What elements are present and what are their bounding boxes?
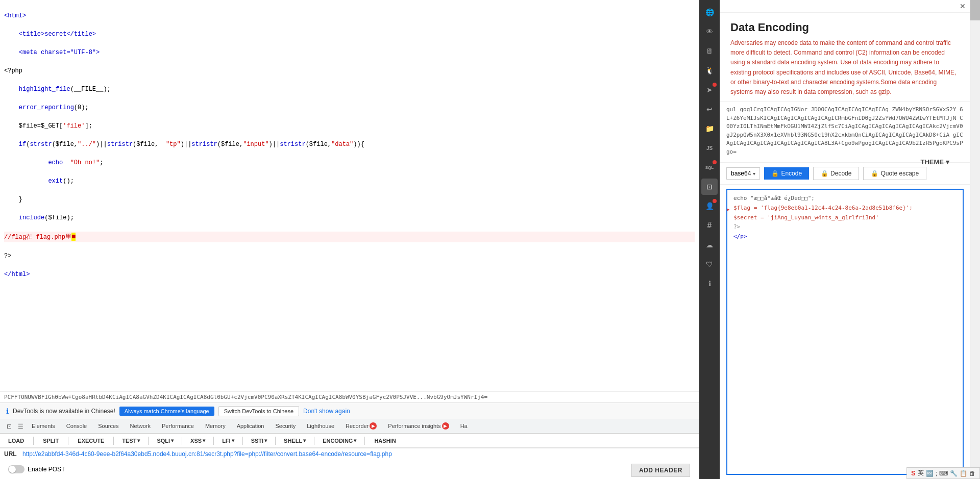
devtools-notification: ℹ DevTools is now available in Chinese! … bbox=[0, 402, 699, 419]
sep3 bbox=[113, 437, 114, 445]
panel-header: Data Encoding Adversaries may encode dat… bbox=[720, 13, 970, 102]
sidebar-shield-icon[interactable]: 🛡 bbox=[701, 256, 718, 272]
load-button[interactable]: LOAD bbox=[4, 436, 28, 445]
sogou-lang: 英 bbox=[918, 469, 924, 477]
person-badge bbox=[713, 199, 717, 203]
enable-post-toggle[interactable]: Enable POST bbox=[4, 462, 69, 476]
sogou-icon1[interactable]: 🔤 bbox=[926, 470, 934, 477]
encoding-controls: base64 ▾ 🔒 Encode 🔒 Decode 🔒 Quote escap… bbox=[720, 163, 970, 185]
sidebar-linux-icon[interactable]: 🐧 bbox=[701, 62, 718, 79]
test-dropdown[interactable]: TEST bbox=[119, 436, 143, 445]
tab-recorder[interactable]: Recorder ▶ bbox=[340, 420, 382, 433]
recorder-badge: ▶ bbox=[370, 422, 377, 430]
tab-device-icon[interactable]: ☰ bbox=[15, 421, 26, 432]
tab-security[interactable]: Security bbox=[270, 421, 301, 432]
hashing-button[interactable]: HASHIN bbox=[370, 436, 400, 445]
tab-ha[interactable]: Ha bbox=[455, 421, 473, 432]
scrollbar-thumb bbox=[970, 0, 980, 20]
sidebar-js-icon[interactable]: JS bbox=[701, 140, 718, 156]
theme-label[interactable]: THEME ▾ bbox=[921, 158, 950, 166]
tab-memory[interactable]: Memory bbox=[200, 421, 231, 432]
toggle-knob bbox=[9, 466, 16, 473]
quote-icon: 🔒 bbox=[871, 170, 878, 177]
output-line1: echo "æ□□å°±åŒ é¿Ded□□"; bbox=[733, 194, 957, 204]
sep8 bbox=[275, 437, 276, 445]
shell-dropdown[interactable]: SHELL bbox=[281, 436, 309, 445]
base64-output: PCFFTONUWVBFIGh0bWw+Cgo8aHRtbD4KCiAgICA8… bbox=[0, 391, 699, 402]
quote-escape-button[interactable]: 🔒 Quote escape bbox=[863, 167, 926, 180]
tab-lighthouse[interactable]: Lighthouse bbox=[302, 421, 339, 432]
code-output-area: ➤ echo "æ□□å°±åŒ é¿Ded□□"; $flag = 'flag… bbox=[726, 189, 964, 475]
far-right-scrollbar[interactable] bbox=[970, 0, 980, 479]
xss-dropdown[interactable]: XSS bbox=[187, 436, 208, 445]
sep7 bbox=[242, 437, 243, 445]
sep2 bbox=[68, 437, 68, 445]
encode-icon: 🔒 bbox=[771, 170, 779, 177]
encoding-select-arrow: ▾ bbox=[753, 171, 755, 177]
sep6 bbox=[213, 437, 214, 445]
sidebar-globe-icon[interactable]: 🌐 bbox=[701, 4, 718, 20]
match-language-button[interactable]: Always match Chrome's language bbox=[119, 407, 214, 416]
tab-inspect-icon[interactable]: ⊡ bbox=[4, 421, 14, 432]
tab-elements[interactable]: Elements bbox=[27, 421, 60, 432]
panel-title: Data Encoding bbox=[730, 21, 960, 34]
sql-badge bbox=[713, 160, 717, 164]
tab-console[interactable]: Console bbox=[61, 421, 92, 432]
sidebar-monitor-icon[interactable]: 🖥 bbox=[701, 43, 718, 59]
output-html-close: </p> bbox=[733, 232, 957, 242]
encoded-text-area[interactable]: gul goglCrgICAgICAgIGNor JDOOCAgICAgICAg… bbox=[720, 102, 970, 163]
encoding-type-label: base64 bbox=[731, 170, 751, 177]
tab-application[interactable]: Application bbox=[232, 421, 270, 432]
sidebar-icon-bar: 🌐 👁 🖥 🐧 ➤ ↩ 📁 JS SQL ⊡ 👤 # ☁ 🛡 ℹ bbox=[699, 0, 720, 479]
decode-button[interactable]: 🔒 Decode bbox=[813, 167, 859, 180]
sep4 bbox=[148, 437, 149, 445]
perf-insights-badge: ▶ bbox=[442, 422, 449, 430]
sidebar-sql-icon[interactable]: SQL bbox=[701, 159, 718, 175]
code-output-inner: echo "æ□□å°±åŒ é¿Ded□□"; $flag = 'flag{9… bbox=[727, 190, 963, 245]
sidebar-eye-icon[interactable]: 👁 bbox=[701, 23, 718, 40]
lfi-dropdown[interactable]: LFI bbox=[219, 436, 237, 445]
url-bar: URL http://e2abbfd4-346d-4c60-9eee-b2f64… bbox=[0, 448, 699, 460]
sidebar-back-icon[interactable]: ↩ bbox=[701, 101, 718, 117]
toggle-switch[interactable] bbox=[8, 465, 24, 473]
info-icon: ℹ bbox=[6, 407, 9, 415]
sogou-icon2[interactable]: ; bbox=[936, 470, 937, 477]
sogou-icon4[interactable]: 🔧 bbox=[950, 470, 958, 477]
sidebar-cloud-icon[interactable]: ☁ bbox=[701, 237, 718, 253]
sidebar-person-badge-icon[interactable]: 👤 bbox=[701, 198, 718, 214]
tab-sources[interactable]: Sources bbox=[93, 421, 124, 432]
tab-performance[interactable]: Performance bbox=[157, 421, 199, 432]
dont-show-button[interactable]: Don't show again bbox=[303, 408, 350, 415]
sogou-icon5[interactable]: 📋 bbox=[960, 470, 967, 477]
notification-text: DevTools is now available in Chinese! bbox=[13, 408, 115, 415]
encode-button[interactable]: 🔒 Encode bbox=[764, 167, 809, 180]
output-php-close: ?> bbox=[733, 222, 957, 232]
sqli-dropdown[interactable]: SQLI bbox=[154, 436, 177, 445]
sidebar-terminal-icon[interactable]: ➤ bbox=[701, 82, 718, 98]
code-display: <html> <title>secret</title> <meta chars… bbox=[0, 0, 699, 299]
sidebar-folder-icon[interactable]: 📁 bbox=[701, 120, 718, 137]
sidebar-info-icon[interactable]: ℹ bbox=[701, 275, 718, 292]
encoding-type-select[interactable]: base64 ▾ bbox=[726, 167, 760, 180]
close-panel-button[interactable]: ✕ bbox=[960, 2, 966, 10]
devtools-tab-bar: ⊡ ☰ Elements Console Sources Network Per… bbox=[0, 419, 699, 434]
switch-devtools-button[interactable]: Switch DevTools to Chinese bbox=[218, 406, 299, 416]
execute-button[interactable]: EXECUTE bbox=[74, 436, 108, 445]
add-header-button[interactable]: ADD HEADER bbox=[631, 464, 690, 477]
sep9 bbox=[314, 437, 314, 445]
post-controls: Enable POST ADD HEADER bbox=[0, 460, 699, 479]
ssti-dropdown[interactable]: SSTI bbox=[248, 436, 270, 445]
tab-network[interactable]: Network bbox=[125, 421, 156, 432]
sogou-logo: S bbox=[911, 469, 916, 477]
sogou-ime-bar[interactable]: S 英 🔤 ; ⌨ 🔧 📋 🗑 bbox=[906, 467, 980, 479]
sogou-icon6[interactable]: 🗑 bbox=[969, 470, 975, 477]
sidebar-hash-icon[interactable]: # bbox=[701, 217, 718, 234]
sogou-icon3[interactable]: ⌨ bbox=[939, 470, 948, 477]
sidebar-screen-active-icon[interactable]: ⊡ bbox=[701, 179, 718, 195]
split-button[interactable]: SPLIT bbox=[39, 436, 63, 445]
encoding-dropdown[interactable]: ENCODING bbox=[320, 436, 359, 445]
tab-performance-insights[interactable]: Performance insights ▶ bbox=[383, 420, 454, 433]
sep1 bbox=[33, 437, 34, 445]
decode-icon: 🔒 bbox=[821, 170, 828, 177]
output-flag-line: $flag = 'flag{9e8eb0a1-12c4-4c24-8e6a-2a… bbox=[733, 204, 957, 213]
